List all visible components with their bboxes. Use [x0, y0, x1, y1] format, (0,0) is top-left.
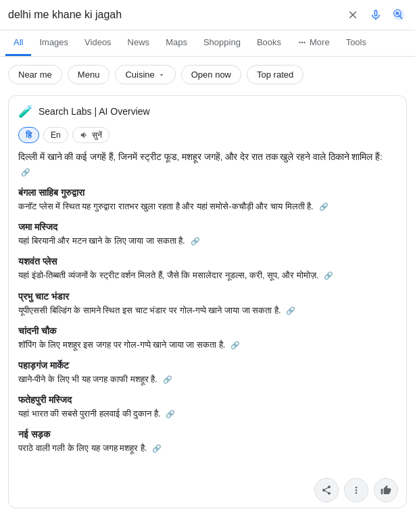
place-desc-1: कनॉट प्लेस में स्थित यह गुरुद्वारा रातभर…: [18, 201, 314, 211]
search-bar: [0, 0, 415, 30]
dots-vertical-icon: [351, 485, 362, 496]
flask-icon: 🧪: [18, 104, 33, 119]
intro-link-icon[interactable]: 🔗: [21, 168, 30, 176]
feedback-button[interactable]: [374, 478, 398, 502]
lens-icon: [392, 8, 406, 22]
tab-videos[interactable]: Videos: [76, 30, 120, 56]
tab-maps[interactable]: Maps: [157, 30, 195, 56]
place-link-icon-6[interactable]: 🔗: [163, 375, 172, 383]
clear-button[interactable]: [345, 7, 361, 23]
search-tabs: All Images Videos News Maps Shopping Boo…: [0, 30, 415, 57]
place-name-8: नई सड़क: [18, 429, 397, 440]
ai-overview-content: दिल्ली में खाने की कई जगहें हैं, जिनमें …: [9, 150, 406, 473]
place-link-icon-2[interactable]: 🔗: [191, 237, 200, 245]
tab-news[interactable]: News: [120, 30, 158, 56]
ai-intro-text: दिल्ली में खाने की कई जगहें हैं, जिनमें …: [18, 150, 397, 179]
place-name-3: यशवंत प्लेस: [18, 256, 397, 267]
place-entry-8: नई सड़क पराठे वाली गली के लिए यह जगह मशह…: [18, 429, 397, 455]
tab-tools[interactable]: Tools: [338, 30, 374, 56]
english-lang-button[interactable]: En: [43, 127, 68, 143]
search-icons: [345, 7, 407, 23]
place-name-4: प्रभु चाट भंडार: [18, 291, 397, 302]
place-desc-7: यहां भारत की सबसे पुरानी हलवाई की दुकान …: [18, 408, 161, 419]
share-icon: [321, 485, 332, 496]
place-desc-8: पराठे वाली गली के लिए यह जगह मशहूर है.: [18, 443, 147, 453]
hindi-lang-button[interactable]: हि: [18, 127, 39, 143]
place-link-icon-8[interactable]: 🔗: [152, 444, 162, 452]
place-desc-2: यहां बिरयानी और मटन खाने के लिए जाया जा …: [18, 236, 185, 246]
place-link-icon-5[interactable]: 🔗: [230, 341, 240, 349]
voice-search-button[interactable]: [368, 7, 384, 23]
share-button[interactable]: [314, 478, 339, 502]
bottom-action-icons: [9, 473, 406, 508]
thumbs-icon: [381, 485, 391, 496]
more-options-button[interactable]: [344, 478, 368, 502]
filter-chips: Near me Menu Cuisine Open now Top rated: [0, 57, 415, 90]
chip-top-rated[interactable]: Top rated: [247, 65, 303, 84]
place-name-1: बंगला साहिब गुरुद्वारा: [18, 187, 397, 198]
place-entry-4: प्रभु चाट भंडार यूपीएससी बिल्डिंग के साम…: [18, 291, 397, 317]
more-dots-icon: [297, 38, 307, 47]
tab-shopping[interactable]: Shopping: [195, 30, 249, 56]
place-entry-6: पहाड़गंज मार्केट खाने-पीने के लिए भी यह …: [18, 360, 397, 386]
microphone-icon: [369, 8, 383, 22]
chip-cuisine[interactable]: Cuisine: [115, 65, 175, 84]
place-link-icon-4[interactable]: 🔗: [286, 307, 295, 315]
tab-all[interactable]: All: [5, 30, 31, 56]
place-name-6: पहाड़गंज मार्केट: [18, 360, 397, 371]
lens-button[interactable]: [391, 7, 407, 23]
chip-menu[interactable]: Menu: [68, 65, 110, 84]
ai-overview-card: 🧪 Search Labs | AI Overview हि En सुनें …: [8, 95, 407, 508]
place-entry-7: फतेहपुरी मस्जिद यहां भारत की सबसे पुरानी…: [18, 394, 397, 421]
place-desc-4: यूपीएससी बिल्डिंग के सामने स्थित इस चाट …: [18, 305, 281, 315]
search-input[interactable]: [8, 9, 339, 21]
place-entry-3: यशवंत प्लेस यहां इंडो-तिब्बती व्यंजनों क…: [18, 256, 397, 282]
speaker-icon: [80, 130, 89, 140]
place-desc-3: यहां इंडो-तिब्बती व्यंजनों के स्ट्रीट वर…: [18, 270, 319, 280]
place-name-7: फतेहपुरी मस्जिद: [18, 394, 397, 406]
place-entry-5: चांदनी चौक शॉपिंग के लिए मशहूर इस जगह पर…: [18, 325, 397, 352]
place-name-5: चांदनी चौक: [18, 325, 397, 337]
close-icon: [347, 9, 359, 21]
place-link-icon-1[interactable]: 🔗: [319, 203, 328, 211]
tab-images[interactable]: Images: [31, 30, 76, 56]
place-desc-6: खाने-पीने के लिए भी यह जगह काफी मशहूर है…: [18, 374, 157, 384]
tab-more[interactable]: More: [289, 30, 338, 56]
place-desc-5: शॉपिंग के लिए मशहूर इस जगह पर गोल-गप्पे …: [18, 340, 225, 350]
chip-open-now[interactable]: Open now: [181, 65, 241, 84]
place-link-icon-3[interactable]: 🔗: [324, 271, 333, 280]
tab-books[interactable]: Books: [249, 30, 289, 56]
ai-overview-title: Search Labs | AI Overview: [39, 106, 150, 117]
chip-near-me[interactable]: Near me: [8, 65, 62, 84]
listen-button[interactable]: सुनें: [72, 127, 109, 143]
place-entry-1: बंगला साहिब गुरुद्वारा कनॉट प्लेस में स्…: [18, 187, 397, 213]
place-entry-2: जमा मस्जिद यहां बिरयानी और मटन खाने के ल…: [18, 221, 397, 248]
language-toggle: हि En सुनें: [9, 124, 406, 150]
chevron-down-icon: [157, 71, 166, 79]
ai-overview-header: 🧪 Search Labs | AI Overview: [9, 96, 406, 124]
place-link-icon-7[interactable]: 🔗: [166, 410, 175, 418]
place-name-2: जमा मस्जिद: [18, 221, 397, 233]
